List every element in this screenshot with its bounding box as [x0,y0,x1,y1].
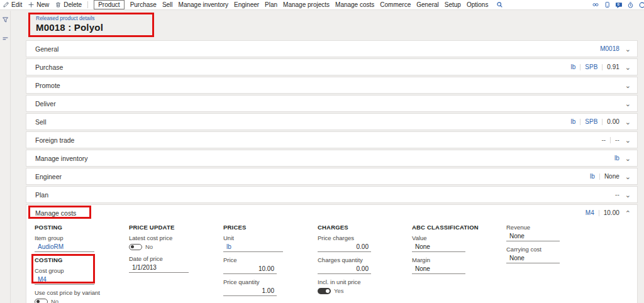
chevron-down-icon[interactable]: ⌄ [625,46,631,52]
field-value[interactable]: AudioRM [35,243,94,252]
summary-value[interactable]: lb [614,155,619,162]
chevron-down-icon[interactable]: ⌄ [625,82,631,89]
toolbar-item-product[interactable]: Product [94,0,124,9]
summary-value[interactable]: lb [571,63,576,70]
chevron-down-icon[interactable]: ⌄ [625,192,631,198]
field-label: Item group [35,234,129,241]
field-date-of-price: Date of price1/1/2013 [129,255,223,273]
section-summary: ⌄ [624,82,631,89]
timer-icon[interactable] [627,1,634,9]
toggle-state-label: No [51,298,58,303]
field-group-charges: CHARGESPrice charges0.00Charges quantity… [318,224,412,295]
toggle-on[interactable]: Yes [318,287,412,295]
toggle-knob[interactable] [129,244,142,250]
toolbar-item-general[interactable]: General [416,1,439,8]
toolbar-item-commerce[interactable]: Commerce [380,1,411,8]
section-header-manage-inventory[interactable]: Manage inventorylb⌄ [26,150,637,166]
chevron-down-icon[interactable]: ⌄ [625,101,631,107]
field-label: Latest cost price [129,234,223,241]
infinity-icon[interactable] [592,1,599,8]
field-label: Charges quantity [318,256,412,263]
section-header-promote[interactable]: Promote⌄ [26,77,637,93]
summary-value: None [604,173,619,180]
toolbar-item-purchase[interactable]: Purchase [130,1,157,8]
field-value[interactable]: 0.00 [318,243,371,252]
toolbar-item-label: Manage projects [283,1,330,8]
search-icon[interactable] [496,1,503,8]
toolbar-item-manage-projects[interactable]: Manage projects [283,1,330,8]
section-header-sell[interactable]: SelllbSPB0.00⌄ [26,114,637,129]
section-header-foreign-trade[interactable]: Foreign trade----⌄ [26,132,637,148]
field-value[interactable]: 1/1/2013 [129,263,189,273]
chevron-down-icon[interactable]: ⌄ [625,137,631,143]
field-value[interactable]: 0.00 [318,265,371,274]
field-value[interactable]: 1.00 [223,287,277,296]
chevron-down-icon[interactable]: ⌄ [625,119,631,125]
field-label: Price quantity [223,278,318,285]
toggle-knob[interactable] [318,288,331,294]
toolbar-item-manage-costs[interactable]: Manage costs [335,1,374,8]
chevron-down-icon[interactable]: ⌄ [625,155,631,162]
summary-value[interactable]: SPB [585,118,597,125]
toggle-off[interactable]: No [129,243,223,251]
panel-column-2: PRICESUnitlbPrice10.00Price quantity1.00 [223,224,318,303]
section-summary: ----⌄ [601,136,631,143]
group-header: POSTING [35,224,129,232]
field-value[interactable]: None [506,254,560,263]
group-header: COSTING [35,256,129,265]
toggle-knob[interactable] [35,299,48,303]
chat-icon[interactable]: 0 [615,1,623,9]
field-value[interactable]: None [412,265,465,274]
field-value[interactable]: M4 [35,275,94,285]
summary-value[interactable]: M0018 [600,45,619,52]
field-label: Cost group [35,267,129,274]
toolbar-item-label: General [416,1,439,8]
summary-value: -- [615,191,619,198]
section-summary: M0018⌄ [600,45,631,52]
section-header-purchase[interactable]: PurchaselbSPB0.91⌄ [26,59,637,75]
chevron-down-icon[interactable]: ⌄ [625,174,631,180]
related-info-icon[interactable] [2,33,9,45]
panel-column-5: RevenueNoneCarrying costNone [506,224,632,303]
field-use-cost-price-by-variant: Use cost price by variantNo [35,289,129,303]
toolbar-item-setup[interactable]: Setup [445,1,461,8]
section-label: Deliver [35,100,56,107]
toolbar-item-options[interactable]: Options [467,1,488,8]
toolbar-item-delete[interactable]: Delete [55,1,82,8]
toggle-off[interactable]: No [35,297,129,303]
summary-value[interactable]: lb [590,173,595,180]
toolbar-item-label: Edit [11,1,22,8]
toolbar-item-sell[interactable]: Sell [162,1,173,8]
edge-icon[interactable] [638,1,644,9]
section-header-manage-costs[interactable]: Manage costsM410.00⌃ [26,205,637,221]
summary-value[interactable]: lb [571,118,576,125]
toolbar-item-label: Purchase [130,1,157,8]
toolbar-item-edit[interactable]: Edit [3,1,22,8]
field-value[interactable]: None [412,243,465,252]
field-label: Date of price [129,255,223,262]
filter-icon[interactable] [2,14,9,26]
toggle-state-label: No [145,243,153,250]
chevron-down-icon[interactable]: ⌄ [625,64,631,70]
section-header-general[interactable]: GeneralM0018⌄ [26,41,637,57]
section-header-plan[interactable]: Plan--⌄ [26,187,637,202]
summary-value[interactable]: SPB [585,63,597,70]
toolbar-item-manage-inventory[interactable]: Manage inventory [179,1,229,8]
toolbar-item-engineer[interactable]: Engineer [234,1,259,8]
field-value[interactable]: None [506,232,560,241]
annotation-box-header: Released product details M0018 : Polyol [28,13,154,37]
section-header-engineer[interactable]: EngineerlbNone⌄ [26,168,637,184]
section-header-deliver[interactable]: Deliver⌄ [26,96,637,111]
toolbar-item-new[interactable]: New [28,1,49,8]
section-label: Sell [35,118,47,126]
section-card-engineer: EngineerlbNone⌄ [26,168,638,185]
manage-costs-panel: POSTINGItem groupAudioRMCOSTINGCost grou… [26,221,637,303]
field-value[interactable]: lb [223,243,283,252]
toolbar-item-plan[interactable]: Plan [265,1,277,8]
summary-value: 10.00 [604,209,619,216]
chevron-up-icon[interactable]: ⌃ [625,210,631,216]
panel-column-3: CHARGESPrice charges0.00Charges quantity… [318,224,412,303]
device-icon[interactable] [604,1,611,8]
field-value[interactable]: 10.00 [223,265,277,274]
summary-value[interactable]: M4 [586,209,594,216]
